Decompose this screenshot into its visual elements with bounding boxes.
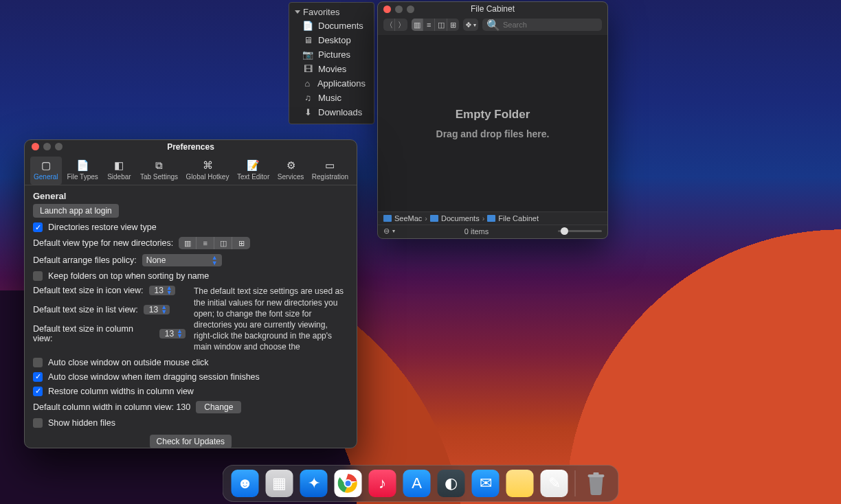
tab-icon: ◧ <box>111 159 126 172</box>
prefs-tab-tab-settings[interactable]: ⧉Tab Settings <box>137 157 181 185</box>
back-icon[interactable]: 〈 <box>383 19 395 31</box>
tab-label: General <box>34 173 58 181</box>
favorites-item-desktop[interactable]: 🖥Desktop <box>289 33 374 47</box>
path-bar[interactable]: SeeMac›Documents›File Cabinet <box>378 211 607 225</box>
tab-label: File Types <box>67 173 98 181</box>
default-view-switcher[interactable]: ▥ ≡ ◫ ⊞ <box>179 237 250 249</box>
restore-view-type-checkbox[interactable]: ✓ <box>33 222 43 232</box>
group-button[interactable]: ❖ ▾ <box>463 19 478 31</box>
favorites-item-label: Movies <box>318 64 346 74</box>
column-view-icon[interactable]: ◫ <box>435 19 447 31</box>
dock-app-mail[interactable]: ✉ <box>472 470 500 497</box>
text-size-help: The default text size settings are used … <box>194 286 348 352</box>
icon-view-icon[interactable]: ▥ <box>412 19 423 31</box>
window-titlebar[interactable]: Preferences <box>25 140 357 153</box>
prefs-tab-text-editor[interactable]: 📝Text Editor <box>234 157 272 185</box>
ts-icon-label: Default text size in icon view: <box>33 286 144 295</box>
dock-app-finder[interactable]: ☻ <box>232 470 259 497</box>
prefs-tab-file-types[interactable]: 📄File Types <box>64 157 100 185</box>
prefs-tab-general[interactable]: ▢General <box>30 157 62 185</box>
icon-size-slider[interactable] <box>558 230 602 232</box>
ts-list-label: Default text size in list view: <box>33 305 138 314</box>
folder-icon <box>430 215 438 222</box>
change-col-width-button[interactable]: Change <box>196 401 241 413</box>
prefs-tab-services[interactable]: ⚙Services <box>275 157 306 185</box>
auto-close-outside-checkbox[interactable] <box>33 358 43 367</box>
favorites-item-applications[interactable]: ⌂Applications <box>289 76 374 91</box>
prefs-tabbar: ▢General📄File Types◧Sidebar⧉Tab Settings… <box>25 153 357 185</box>
window-titlebar[interactable]: File Cabinet <box>378 2 607 16</box>
tab-icon: ⌘ <box>200 159 215 172</box>
dock-app-textedit[interactable]: ✎ <box>541 470 568 497</box>
path-segment[interactable]: SeeMac <box>383 214 422 222</box>
launch-at-login-button[interactable]: Launch app at login <box>33 204 119 218</box>
prefs-tab-sidebar[interactable]: ◧Sidebar <box>103 157 135 185</box>
ts-list-stepper[interactable]: 13 ▲▼ <box>144 305 170 314</box>
circle-minus-icon: ⊖ <box>383 227 390 236</box>
arrange-policy-label: Default arrange files policy: <box>33 255 137 265</box>
favorites-item-music[interactable]: ♫Music <box>289 91 374 105</box>
arrange-policy-select[interactable]: None ▲▼ <box>142 254 222 266</box>
favorites-item-downloads[interactable]: ⬇Downloads <box>289 105 374 119</box>
list-view-icon[interactable]: ≡ <box>423 19 435 31</box>
dock-app-music[interactable]: ♪ <box>369 470 396 497</box>
favorites-item-pictures[interactable]: 📷Pictures <box>289 47 374 62</box>
restore-col-width-checkbox[interactable]: ✓ <box>33 387 43 396</box>
nav-back-forward[interactable]: 〈 〉 <box>383 19 407 31</box>
svg-rect-4 <box>594 472 599 475</box>
default-view-label: Default view type for new directories: <box>33 238 173 248</box>
ts-icon-stepper[interactable]: 13 ▲▼ <box>149 286 175 295</box>
favorites-item-label: Applications <box>317 78 366 89</box>
dock-app-filecabinet[interactable]: ◐ <box>438 470 465 497</box>
path-segment[interactable]: File Cabinet <box>487 214 539 222</box>
folders-on-top-checkbox[interactable] <box>33 271 43 281</box>
download-icon: ⬇ <box>303 108 313 117</box>
section-heading: General <box>33 191 348 201</box>
tab-icon: 📝 <box>246 159 261 172</box>
gallery-view-icon[interactable]: ⊞ <box>232 237 250 249</box>
prefs-tab-global-hotkey[interactable]: ⌘Global Hotkey <box>183 157 232 185</box>
window-title: Preferences <box>25 142 357 152</box>
column-view-icon[interactable]: ◫ <box>214 237 232 249</box>
stack-icon: ❖ <box>465 21 472 30</box>
dock-app-appstore[interactable]: A <box>403 470 431 497</box>
favorites-item-movies[interactable]: 🎞Movies <box>289 62 374 76</box>
tab-label: Registration <box>312 173 348 181</box>
preferences-window: Preferences ▢General📄File Types◧Sidebar⧉… <box>24 139 357 448</box>
restore-col-width-label: Restore column widths in column view <box>48 387 194 396</box>
dock: ☻▦✦♪A◐✉✎ <box>223 465 619 502</box>
dock-app-safari[interactable]: ✦ <box>300 470 328 497</box>
empty-title: Empty Folder <box>456 108 530 122</box>
tab-label: Services <box>278 173 304 181</box>
status-bar: ⊖ ▾ 0 items <box>378 225 607 238</box>
tab-icon: ▭ <box>322 159 337 172</box>
favorites-item-label: Downloads <box>318 107 362 117</box>
favorites-item-documents[interactable]: 📄Documents <box>289 19 374 33</box>
gallery-view-icon[interactable]: ⊞ <box>447 19 459 31</box>
action-menu[interactable]: ⊖ ▾ <box>383 227 395 236</box>
chevron-down-icon <box>295 10 300 14</box>
folder-content-empty[interactable]: Empty Folder Drag and drop files here. <box>378 35 607 211</box>
auto-close-drag-label: Auto close window when item dragging ses… <box>48 372 260 382</box>
ts-col-stepper[interactable]: 13 ▲▼ <box>159 329 186 339</box>
show-hidden-checkbox[interactable] <box>33 418 43 428</box>
check-updates-button[interactable]: Check for Updates <box>150 435 232 448</box>
dock-app-chrome[interactable] <box>335 470 362 497</box>
auto-close-drag-checkbox[interactable]: ✓ <box>33 372 43 382</box>
col-width-label: Default column width in column view: 130 <box>33 402 190 412</box>
favorites-header[interactable]: Favorites <box>289 7 374 19</box>
tab-icon: ⚙ <box>283 159 298 172</box>
prefs-tab-registration[interactable]: ▭Registration <box>309 157 351 185</box>
dock-app-notes[interactable] <box>506 470 534 497</box>
toolbar: 〈 〉 ▥ ≡ ◫ ⊞ ❖ ▾ 🔍 <box>378 16 607 35</box>
search-field[interactable]: 🔍 <box>482 19 602 31</box>
dock-app-launchpad[interactable]: ▦ <box>266 470 293 497</box>
list-view-icon[interactable]: ≡ <box>197 237 214 249</box>
view-switcher[interactable]: ▥ ≡ ◫ ⊞ <box>412 19 459 31</box>
forward-icon[interactable]: 〉 <box>395 19 407 31</box>
dock-trash[interactable] <box>583 470 610 497</box>
favorites-item-label: Music <box>318 93 341 103</box>
search-input[interactable] <box>503 21 598 29</box>
path-segment[interactable]: Documents <box>430 214 480 222</box>
icon-view-icon[interactable]: ▥ <box>179 237 197 249</box>
